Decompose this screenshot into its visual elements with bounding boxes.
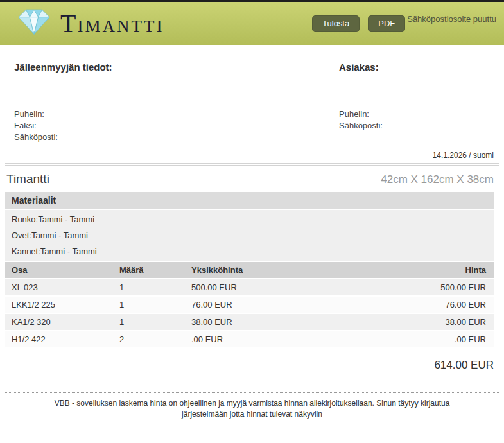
tables-container: Materiaalit Runko:Tammi - Tammi Ovet:Tam… xyxy=(5,192,494,347)
customer-title: Asiakas: xyxy=(339,62,494,73)
date-locale: 14.1.2026 / suomi xyxy=(0,143,504,162)
cell-hinta: 76.00 EUR xyxy=(352,300,494,309)
product-dimensions: 42cm X 162cm X 38cm xyxy=(381,173,494,186)
brand-name: TIMANTTI xyxy=(60,8,164,39)
parts-table-header: Osa Määrä Yksikköhinta Hinta xyxy=(5,262,494,278)
col-yksikkohinta: Yksikköhinta xyxy=(191,265,352,275)
cell-yksikkohinta: 500.00 EUR xyxy=(191,282,352,292)
footer-disclaimer: VBB - sovelluksen laskema hinta on ohjee… xyxy=(5,392,499,420)
cell-osa: KA1/2 320 xyxy=(5,317,119,327)
cell-maara: 1 xyxy=(119,300,191,309)
dealer-info: Jälleenmyyjän tiedot: Puhelin: Faksi: Sä… xyxy=(14,62,339,143)
quote-page: TIMANTTI Tulosta PDF Sähköpostiosoite pu… xyxy=(0,0,504,443)
cell-maara: 1 xyxy=(119,317,191,327)
masthead: TIMANTTI Tulosta PDF Sähköpostiosoite pu… xyxy=(0,2,504,45)
cell-yksikkohinta: 38.00 EUR xyxy=(191,317,352,327)
col-osa: Osa xyxy=(5,265,119,275)
table-row: KA1/2 320 1 38.00 EUR 38.00 EUR xyxy=(5,314,494,330)
dealer-contact-labels: Puhelin: Faksi: Sähköposti: xyxy=(14,109,339,143)
dealer-fax-label: Faksi: xyxy=(14,120,339,132)
materials-body: Runko:Tammi - Tammi Ovet:Tammi - Tammi K… xyxy=(5,210,494,261)
cell-maara: 1 xyxy=(119,282,191,292)
brand-initial: T xyxy=(60,8,77,39)
table-row: XL 023 1 500.00 EUR 500.00 EUR xyxy=(5,279,494,295)
material-row-ovet: Ovet:Tammi - Tammi xyxy=(5,227,494,243)
cell-yksikkohinta: .00 EUR xyxy=(191,334,352,344)
dealer-title: Jälleenmyyjän tiedot: xyxy=(14,62,339,73)
cell-yksikkohinta: 76.00 EUR xyxy=(191,300,352,309)
cell-hinta: 500.00 EUR xyxy=(352,282,494,292)
dealer-email-label: Sähköposti: xyxy=(14,132,339,143)
print-button[interactable]: Tulosta xyxy=(312,15,360,32)
brand-rest: IMANTTI xyxy=(77,17,164,37)
pdf-button[interactable]: PDF xyxy=(368,15,405,32)
customer-phone-label: Puhelin: xyxy=(339,109,494,120)
cell-maara: 2 xyxy=(119,334,191,344)
materials-header: Materiaalit xyxy=(5,192,494,209)
product-row: Timantti 42cm X 162cm X 38cm xyxy=(0,166,504,192)
cell-hinta: .00 EUR xyxy=(352,334,494,344)
material-row-kannet: Kannet:Tammi - Tammi xyxy=(5,243,494,259)
email-missing-notice: Sähköpostiosoite puuttu xyxy=(407,14,496,24)
parties-section: Jälleenmyyjän tiedot: Puhelin: Faksi: Sä… xyxy=(0,45,504,143)
col-hinta: Hinta xyxy=(352,265,494,275)
table-row: LKK1/2 225 1 76.00 EUR 76.00 EUR xyxy=(5,297,494,313)
product-name: Timantti xyxy=(6,172,49,186)
col-maara: Määrä xyxy=(119,265,191,275)
material-row-runko: Runko:Tammi - Tammi xyxy=(5,211,494,227)
table-row: H1/2 422 2 .00 EUR .00 EUR xyxy=(5,331,494,347)
customer-info: Asiakas: Puhelin: Sähköposti: xyxy=(339,62,494,143)
customer-contact-labels: Puhelin: Sähköposti: xyxy=(339,109,494,132)
cell-hinta: 38.00 EUR xyxy=(352,317,494,327)
cell-osa: H1/2 422 xyxy=(5,334,119,344)
cell-osa: XL 023 xyxy=(5,282,119,292)
dealer-phone-label: Puhelin: xyxy=(14,109,339,120)
cell-osa: LKK1/2 225 xyxy=(5,300,119,309)
total-price: 614.00 EUR xyxy=(0,349,504,372)
customer-email-label: Sähköposti: xyxy=(339,120,494,132)
diamond-icon xyxy=(15,6,53,41)
brand-logo: TIMANTTI xyxy=(15,6,164,41)
